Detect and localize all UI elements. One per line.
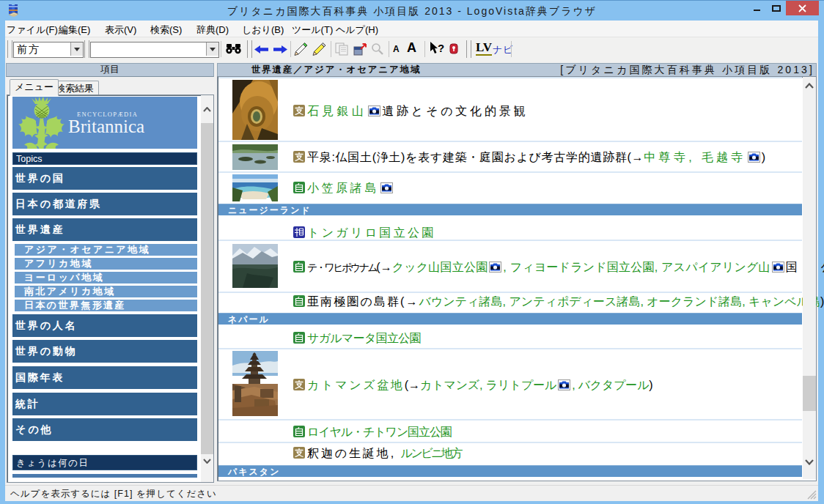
svg-text:?: ? [438, 42, 444, 54]
svg-text:Britannica: Britannica [68, 116, 144, 136]
